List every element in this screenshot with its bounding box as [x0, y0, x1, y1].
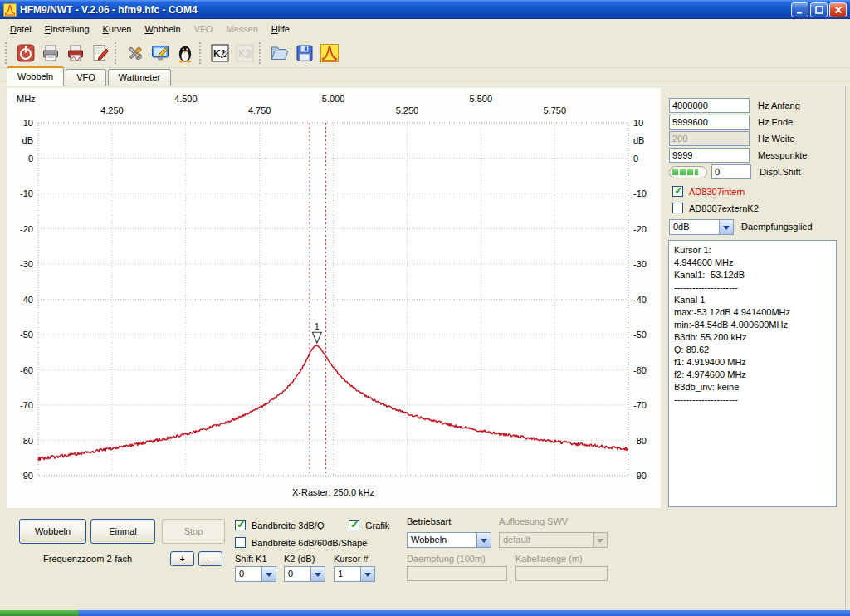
- svg-text:0: 0: [633, 154, 638, 164]
- messpunkte-input[interactable]: [669, 148, 750, 163]
- attenuator-value: 0dB: [670, 220, 719, 234]
- freq-zoom-label: Frequenzzoom 2-fach: [43, 554, 132, 564]
- k2-db-value: 0: [285, 567, 310, 581]
- check-icon[interactable]: [672, 203, 683, 213]
- tab-wobbeln[interactable]: Wobbeln: [7, 66, 64, 86]
- zoom-out-button[interactable]: -: [198, 551, 222, 566]
- toolbar-print-button[interactable]: [38, 41, 62, 65]
- chevron-down-icon[interactable]: [310, 567, 325, 581]
- attenuator-dropdown[interactable]: 0dB: [669, 219, 734, 235]
- k2-db-dropdown[interactable]: 0: [284, 566, 325, 582]
- hz-anfang-input[interactable]: [669, 98, 750, 113]
- hz-ende-row: Hz Ende: [664, 115, 793, 130]
- menu-item-kurven[interactable]: Kurven: [96, 22, 139, 37]
- displ-shift-progress: [669, 166, 707, 178]
- toolbar-tools-button[interactable]: [123, 41, 147, 65]
- chevron-down-icon[interactable]: [261, 567, 276, 581]
- menu-item-einstellung[interactable]: Einstellung: [38, 22, 96, 37]
- chevron-down-icon[interactable]: [476, 533, 491, 547]
- maximize-button[interactable]: [810, 2, 828, 17]
- daempfung-input: [407, 566, 507, 581]
- wobbeln-button[interactable]: Wobbeln: [19, 519, 86, 544]
- info-line: Q: 89.62: [674, 344, 831, 356]
- toolbar-display-edit-button[interactable]: [148, 41, 172, 65]
- messpunkte-label: Messpunkte: [758, 150, 807, 160]
- tab-vfo[interactable]: VFO: [66, 69, 106, 86]
- toolbar-k1-edit-button[interactable]: K1: [208, 41, 232, 65]
- title-bar[interactable]: HFM9/NWT - V.2.06 - hfm9.hfc - COM4: [0, 0, 850, 19]
- close-button[interactable]: [829, 2, 847, 17]
- sweep-chart[interactable]: MHz4.2504.5004.7505.0005.2505.5005.75010…: [7, 88, 661, 508]
- svg-text:-30: -30: [633, 259, 647, 269]
- check-icon[interactable]: [349, 520, 359, 530]
- start-button-sliver[interactable]: [0, 610, 79, 616]
- k2-edit-icon: K2: [235, 43, 255, 63]
- svg-text:5.500: 5.500: [470, 94, 493, 104]
- svg-text:-10: -10: [633, 188, 647, 198]
- svg-text:-80: -80: [20, 436, 33, 446]
- kursor-num-label: Kursor #: [334, 554, 369, 564]
- toolbar-penguin-button[interactable]: [173, 41, 197, 65]
- info-line: Kanal1: -53.12dB: [674, 269, 831, 281]
- sweep-settings-panel: Hz AnfangHz EndeHz WeiteMesspunkte Displ…: [664, 88, 847, 607]
- check-icon[interactable]: [235, 537, 246, 548]
- app-window: { "window": { "title": "HFM9/NWT - V.2.0…: [0, 0, 850, 616]
- sweep-curve-icon: [320, 43, 340, 63]
- betriebsart-value: Wobbeln: [408, 533, 476, 547]
- check-icon[interactable]: [235, 520, 246, 530]
- ad8307externk2-checkbox[interactable]: AD8307externK2: [672, 203, 759, 213]
- taskbar[interactable]: [0, 610, 850, 616]
- svg-text:-20: -20: [633, 224, 647, 234]
- check-icon[interactable]: [672, 186, 683, 197]
- displ-shift-row: Displ.Shift: [664, 164, 801, 179]
- menu-item-datei[interactable]: Datei: [3, 22, 38, 37]
- toolbar-print-curve-button[interactable]: [63, 41, 87, 65]
- menu-item-wobbeln[interactable]: Wobbeln: [138, 22, 187, 37]
- hz-weite-input: [669, 131, 750, 146]
- shift-k1-dropdown[interactable]: 0: [235, 566, 276, 582]
- bandwidth-3db-checkbox[interactable]: Bandbreite 3dB/Q: [235, 520, 324, 530]
- window-right-edge: [845, 86, 846, 610]
- shift-k1-label: Shift K1: [235, 554, 267, 564]
- print-curve-icon: [66, 43, 85, 63]
- hz-ende-input[interactable]: [669, 115, 750, 130]
- menu-bar: DateiEinstellungKurvenWobbelnVFOMessenHi…: [0, 19, 850, 38]
- grafik-checkbox[interactable]: Grafik: [349, 520, 389, 530]
- toolbar-sweep-curve-button[interactable]: [317, 41, 341, 65]
- info-line: ---------------------: [674, 394, 831, 406]
- kabellaenge-input: [515, 566, 608, 581]
- info-line: max:-53.12dB 4.941400MHz: [674, 306, 831, 319]
- svg-text:-70: -70: [633, 400, 647, 410]
- toolbar-edit-note-button[interactable]: [88, 41, 112, 65]
- minimize-button[interactable]: [791, 2, 808, 17]
- chevron-down-icon[interactable]: [360, 567, 374, 581]
- einmal-button[interactable]: Einmal: [90, 519, 155, 544]
- daempfung-label: Daempfung (100m): [407, 554, 486, 564]
- svg-text:-60: -60: [20, 365, 33, 375]
- kursor-num-value: 1: [335, 567, 360, 581]
- penguin-icon: [175, 43, 195, 63]
- displ-shift-label: Displ.Shift: [760, 167, 801, 177]
- kabellaenge-label: Kabellaenge (m): [515, 554, 583, 564]
- toolbar-power-button[interactable]: [13, 41, 37, 65]
- svg-text:dB: dB: [633, 135, 644, 145]
- ad8307intern-checkbox[interactable]: AD8307intern: [672, 186, 745, 197]
- displ-shift-input[interactable]: [711, 164, 751, 179]
- svg-text:5.000: 5.000: [322, 94, 345, 104]
- menu-item-hilfe[interactable]: Hilfe: [265, 22, 296, 37]
- svg-text:-90: -90: [20, 471, 33, 481]
- menu-item-messen: Messen: [219, 22, 265, 37]
- chevron-down-icon[interactable]: [719, 220, 733, 234]
- svg-text:-60: -60: [633, 365, 647, 375]
- bandwidth-6db-checkbox[interactable]: Bandbreite 6dB/60dB/Shape: [235, 537, 367, 548]
- toolbar-save-button[interactable]: [292, 41, 316, 65]
- display-edit-icon: [150, 43, 170, 63]
- toolbar-folder-open-button[interactable]: [267, 41, 291, 65]
- power-icon: [16, 43, 36, 63]
- kursor-num-dropdown[interactable]: 1: [334, 566, 375, 582]
- svg-text:10: 10: [23, 118, 33, 128]
- tab-wattmeter[interactable]: Wattmeter: [108, 69, 171, 86]
- zoom-in-button[interactable]: +: [170, 551, 194, 566]
- aufloesung-value: default: [500, 533, 593, 547]
- betriebsart-dropdown[interactable]: Wobbeln: [407, 532, 491, 548]
